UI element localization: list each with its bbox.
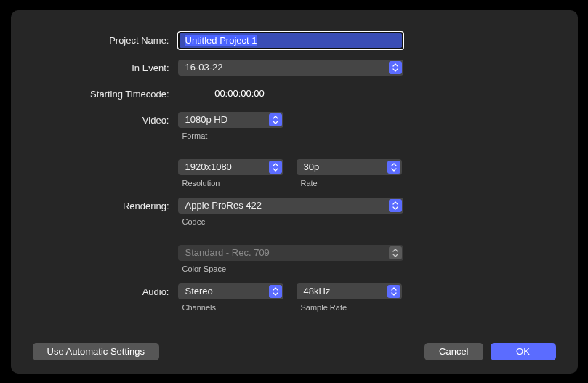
format-sublabel: Format: [178, 132, 556, 140]
project-settings-dialog: Project Name: In Event: 16-03-22 Startin…: [11, 10, 578, 374]
video-format-value: 1080p HD: [185, 114, 228, 125]
in-event-label: In Event:: [33, 60, 178, 73]
rate-sublabel: Rate: [297, 179, 402, 188]
codec-sublabel: Codec: [178, 217, 556, 226]
rate-select[interactable]: 30p: [297, 159, 402, 175]
resolution-select[interactable]: 1920x1080: [178, 159, 283, 175]
updown-icon: [389, 246, 402, 259]
rendering-label: Rendering:: [33, 198, 178, 211]
resolution-sublabel: Resolution: [178, 179, 283, 188]
event-select-value: 16-03-22: [185, 62, 223, 73]
sample-rate-select[interactable]: 48kHz: [297, 283, 402, 299]
use-automatic-settings-button[interactable]: Use Automatic Settings: [33, 343, 159, 360]
updown-icon: [387, 285, 400, 298]
resolution-value: 1920x1080: [185, 161, 232, 172]
audio-channels-value: Stereo: [185, 286, 213, 297]
starting-timecode-input[interactable]: [178, 86, 302, 102]
codec-select[interactable]: Apple ProRes 422: [178, 198, 403, 214]
updown-icon: [269, 113, 282, 126]
color-space-value: Standard - Rec. 709: [185, 247, 270, 258]
sample-rate-sublabel: Sample Rate: [297, 303, 402, 312]
dialog-footer: Use Automatic Settings Cancel OK: [33, 343, 556, 360]
video-label: Video:: [33, 112, 178, 126]
project-name-input[interactable]: [178, 32, 403, 49]
project-name-label: Project Name:: [33, 32, 178, 46]
settings-form: Project Name: In Event: 16-03-22 Startin…: [33, 32, 556, 337]
video-format-select[interactable]: 1080p HD: [178, 112, 283, 128]
cancel-button[interactable]: Cancel: [424, 343, 483, 360]
updown-icon: [387, 161, 400, 174]
rate-value: 30p: [304, 161, 320, 172]
updown-icon: [269, 161, 282, 174]
audio-label: Audio:: [33, 283, 178, 297]
updown-icon: [389, 61, 402, 74]
event-select[interactable]: 16-03-22: [178, 60, 403, 76]
channels-sublabel: Channels: [178, 303, 283, 312]
ok-button[interactable]: OK: [491, 343, 556, 360]
audio-channels-select[interactable]: Stereo: [178, 283, 283, 299]
updown-icon: [389, 199, 402, 212]
color-space-select: Standard - Rec. 709: [178, 245, 403, 261]
starting-timecode-label: Starting Timecode:: [33, 86, 178, 100]
updown-icon: [269, 285, 282, 298]
sample-rate-value: 48kHz: [304, 286, 331, 297]
codec-value: Apple ProRes 422: [185, 200, 262, 211]
color-space-sublabel: Color Space: [178, 265, 556, 273]
